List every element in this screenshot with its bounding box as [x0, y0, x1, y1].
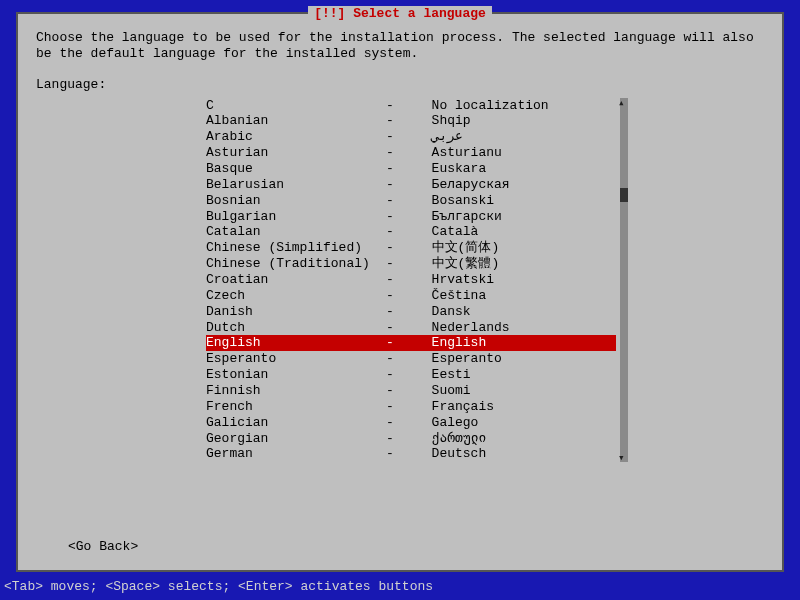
- language-list[interactable]: C- No localizationAlbanian- ShqipArabic-…: [206, 98, 616, 463]
- instructions-text: Choose the language to be used for the i…: [36, 30, 764, 63]
- language-native: 中文(繁體): [416, 256, 616, 272]
- language-row[interactable]: Georgian- ქართული: [206, 431, 616, 447]
- language-row[interactable]: German- Deutsch: [206, 446, 616, 462]
- language-row[interactable]: Asturian- Asturianu: [206, 145, 616, 161]
- language-native: Galego: [416, 415, 616, 431]
- language-native: Bosanski: [416, 193, 616, 209]
- language-native: Esperanto: [416, 351, 616, 367]
- language-row[interactable]: Catalan- Català: [206, 224, 616, 240]
- language-native: Català: [416, 224, 616, 240]
- language-name: Albanian: [206, 113, 386, 129]
- language-name: Dutch: [206, 320, 386, 336]
- language-native: Asturianu: [416, 145, 616, 161]
- language-native: English: [416, 335, 616, 351]
- dash-separator: -: [386, 288, 416, 304]
- dash-separator: -: [386, 320, 416, 336]
- language-name: C: [206, 98, 386, 114]
- language-row[interactable]: Dutch- Nederlands: [206, 320, 616, 336]
- language-native: Dansk: [416, 304, 616, 320]
- dash-separator: -: [386, 304, 416, 320]
- scroll-thumb[interactable]: [620, 188, 628, 202]
- dash-separator: -: [386, 209, 416, 225]
- language-row[interactable]: Bulgarian- Български: [206, 209, 616, 225]
- language-name: Czech: [206, 288, 386, 304]
- dash-separator: -: [386, 240, 416, 256]
- language-name: Danish: [206, 304, 386, 320]
- language-name: German: [206, 446, 386, 462]
- language-name: Bulgarian: [206, 209, 386, 225]
- language-name: Asturian: [206, 145, 386, 161]
- language-native: Eesti: [416, 367, 616, 383]
- language-native: Hrvatski: [416, 272, 616, 288]
- dash-separator: -: [386, 446, 416, 462]
- language-name: Arabic: [206, 129, 386, 145]
- language-name: Estonian: [206, 367, 386, 383]
- dash-separator: -: [386, 256, 416, 272]
- language-native: Deutsch: [416, 446, 616, 462]
- language-name: Basque: [206, 161, 386, 177]
- field-label: Language:: [36, 77, 764, 92]
- language-row[interactable]: English- English: [206, 335, 616, 351]
- language-name: French: [206, 399, 386, 415]
- language-native: Nederlands: [416, 320, 616, 336]
- language-row[interactable]: Galician- Galego: [206, 415, 616, 431]
- scroll-up-icon[interactable]: ▴: [618, 96, 625, 109]
- language-row[interactable]: C- No localization: [206, 98, 616, 114]
- language-row[interactable]: Finnish- Suomi: [206, 383, 616, 399]
- dash-separator: -: [386, 193, 416, 209]
- dash-separator: -: [386, 431, 416, 447]
- language-row[interactable]: Chinese (Traditional)- 中文(繁體): [206, 256, 616, 272]
- language-native: No localization: [416, 98, 616, 114]
- dash-separator: -: [386, 367, 416, 383]
- language-name: Croatian: [206, 272, 386, 288]
- language-row[interactable]: Croatian- Hrvatski: [206, 272, 616, 288]
- language-native: Čeština: [416, 288, 616, 304]
- language-row[interactable]: French- Français: [206, 399, 616, 415]
- language-row[interactable]: Arabic- عربي: [206, 129, 616, 145]
- dash-separator: -: [386, 272, 416, 288]
- dash-separator: -: [386, 351, 416, 367]
- language-name: Catalan: [206, 224, 386, 240]
- language-dialog: [!!] Select a language Choose the langua…: [16, 12, 784, 572]
- dash-separator: -: [386, 129, 416, 145]
- language-name: Belarusian: [206, 177, 386, 193]
- language-name: English: [206, 335, 386, 351]
- language-row[interactable]: Esperanto- Esperanto: [206, 351, 616, 367]
- dash-separator: -: [386, 145, 416, 161]
- language-name: Chinese (Traditional): [206, 256, 386, 272]
- dash-separator: -: [386, 383, 416, 399]
- dash-separator: -: [386, 177, 416, 193]
- language-row[interactable]: Czech- Čeština: [206, 288, 616, 304]
- language-row[interactable]: Belarusian- Беларуская: [206, 177, 616, 193]
- language-name: Chinese (Simplified): [206, 240, 386, 256]
- language-row[interactable]: Estonian- Eesti: [206, 367, 616, 383]
- language-row[interactable]: Chinese (Simplified)- 中文(简体): [206, 240, 616, 256]
- dash-separator: -: [386, 224, 416, 240]
- language-row[interactable]: Albanian- Shqip: [206, 113, 616, 129]
- language-native: Shqip: [416, 113, 616, 129]
- status-bar: <Tab> moves; <Space> selects; <Enter> ac…: [4, 579, 433, 594]
- language-native: 中文(简体): [416, 240, 616, 256]
- language-name: Galician: [206, 415, 386, 431]
- dash-separator: -: [386, 98, 416, 114]
- language-name: Finnish: [206, 383, 386, 399]
- language-native: Беларуская: [416, 177, 616, 193]
- dash-separator: -: [386, 415, 416, 431]
- language-native: Български: [416, 209, 616, 225]
- scroll-down-icon[interactable]: ▾: [618, 451, 625, 464]
- go-back-button[interactable]: <Go Back>: [68, 539, 138, 554]
- language-row[interactable]: Danish- Dansk: [206, 304, 616, 320]
- language-name: Georgian: [206, 431, 386, 447]
- language-row[interactable]: Basque- Euskara: [206, 161, 616, 177]
- language-native: Suomi: [416, 383, 616, 399]
- language-name: Esperanto: [206, 351, 386, 367]
- dash-separator: -: [386, 335, 416, 351]
- language-native: Français: [416, 399, 616, 415]
- language-native: عربي: [416, 129, 616, 145]
- language-row[interactable]: Bosnian- Bosanski: [206, 193, 616, 209]
- scrollbar[interactable]: ▴ ▾: [620, 98, 628, 463]
- dash-separator: -: [386, 161, 416, 177]
- language-name: Bosnian: [206, 193, 386, 209]
- language-native: Euskara: [416, 161, 616, 177]
- dash-separator: -: [386, 399, 416, 415]
